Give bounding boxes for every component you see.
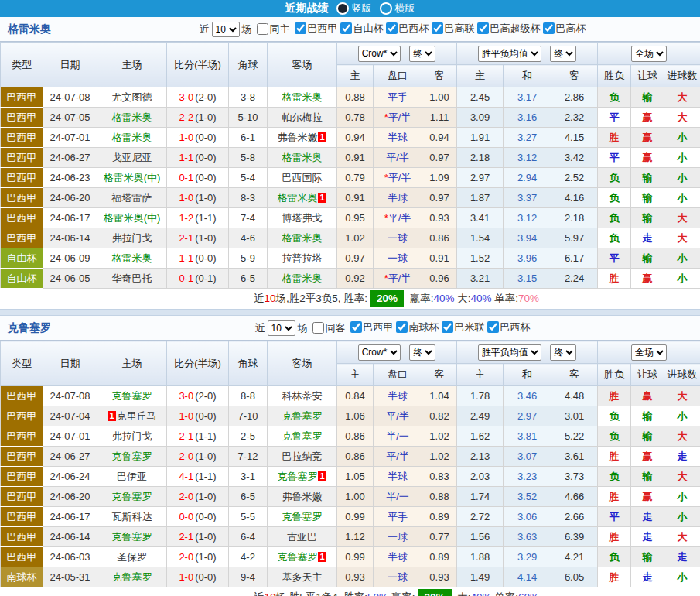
result-handicap: 输 bbox=[631, 467, 664, 487]
team-link[interactable]: 博塔弗戈 bbox=[282, 212, 323, 224]
half-score: (2-0) bbox=[195, 91, 216, 103]
league-filter[interactable]: 巴西杯 bbox=[487, 320, 531, 334]
team-link[interactable]: 克鲁塞罗 bbox=[282, 410, 323, 422]
league-checkbox[interactable] bbox=[442, 321, 453, 333]
league-filter[interactable]: 巴米联 bbox=[442, 320, 485, 334]
league-filter[interactable]: 自由杯 bbox=[340, 22, 384, 36]
league-label: 巴西杯 bbox=[500, 320, 531, 334]
same-venue-filter[interactable]: 同客 bbox=[312, 321, 346, 335]
league-checkbox[interactable] bbox=[350, 321, 362, 333]
league-checkbox[interactable] bbox=[295, 22, 306, 34]
team-link[interactable]: 格雷米奥 bbox=[282, 91, 323, 103]
handicap-cell: 平/半 bbox=[374, 447, 422, 467]
recent-count-select[interactable]: 10 bbox=[212, 22, 240, 37]
radio-selected-icon bbox=[336, 2, 349, 15]
team-link[interactable]: 瓦斯科达 bbox=[112, 511, 152, 522]
team-link[interactable]: 格雷米奥 bbox=[277, 192, 317, 204]
team-link[interactable]: 克鲁塞罗 bbox=[282, 430, 323, 442]
league-filter[interactable]: 巴西杯 bbox=[386, 22, 429, 36]
team-link[interactable]: 格雷米奥 bbox=[112, 252, 152, 264]
team-link[interactable]: 弗鲁米嫩 bbox=[282, 491, 323, 502]
layout-option-horizontal[interactable]: 横版 bbox=[380, 2, 415, 15]
summary-text: 赢率: bbox=[407, 293, 434, 304]
final-odds-select[interactable]: 终 bbox=[409, 344, 435, 361]
team-name[interactable]: 格雷米奥 bbox=[8, 22, 93, 36]
avg-draw-odds: 3.46 bbox=[504, 386, 551, 406]
team-link[interactable]: 尤文图德 bbox=[112, 91, 152, 103]
league-checkbox[interactable] bbox=[543, 22, 555, 34]
team-link[interactable]: 华奇巴托 bbox=[112, 272, 152, 284]
team-link[interactable]: 巴伊亚 bbox=[117, 471, 147, 482]
league-checkbox[interactable] bbox=[396, 321, 408, 333]
odds-provider-select[interactable]: Crow* bbox=[358, 46, 401, 62]
team-link[interactable]: 克鲁塞罗 bbox=[112, 450, 152, 462]
team-link[interactable]: 格雷米奥 bbox=[282, 152, 323, 163]
layout-option-vertical[interactable]: 竖版 bbox=[336, 2, 372, 15]
team-link[interactable]: 巴拉纳竞 bbox=[282, 450, 323, 462]
team-link[interactable]: 克鲁塞罗 bbox=[277, 551, 317, 563]
handicap-cell: 平手 bbox=[374, 507, 422, 527]
league-filter[interactable]: 巴高杯 bbox=[543, 22, 586, 36]
league-filter[interactable]: 巴西甲 bbox=[350, 320, 394, 334]
league-label: 南球杯 bbox=[409, 320, 439, 334]
home-team-cell: 克鲁塞罗 bbox=[97, 567, 167, 587]
team-link[interactable]: 格雷米奥 bbox=[112, 111, 152, 123]
team-link[interactable]: 拉普拉塔 bbox=[282, 252, 323, 264]
result-outcome: 胜 bbox=[598, 128, 631, 148]
team-link[interactable]: 弗拉门戈 bbox=[112, 232, 152, 244]
team-link[interactable]: 圣保罗 bbox=[117, 551, 147, 563]
team-link[interactable]: 格雷米奥 bbox=[282, 272, 323, 284]
away-team-cell: 博塔弗戈 bbox=[268, 208, 337, 228]
team-link[interactable]: 克鲁塞罗 bbox=[282, 511, 323, 522]
full-match-select[interactable]: 全场 bbox=[631, 46, 667, 62]
team-link[interactable]: 克鲁塞罗 bbox=[112, 571, 152, 583]
half-score: (0-0) bbox=[195, 252, 216, 264]
avg-home-odds: 1.88 bbox=[457, 547, 504, 567]
league-checkbox[interactable] bbox=[340, 22, 352, 34]
team-link[interactable]: 帕尔梅拉 bbox=[282, 111, 323, 123]
team-link[interactable]: 格雷米奥 bbox=[282, 232, 323, 244]
rate-badge: 20% bbox=[370, 290, 404, 307]
handicap-cell: 一球 bbox=[374, 248, 422, 269]
recent-count-select[interactable]: 10 bbox=[268, 320, 295, 336]
league-filter[interactable]: 巴高超级杯 bbox=[477, 22, 541, 36]
team-link[interactable]: 格雷米奥 bbox=[112, 132, 152, 143]
team-link[interactable]: 克鲁塞罗 bbox=[112, 531, 152, 543]
team-link[interactable]: 古亚巴 bbox=[287, 531, 317, 543]
odds-provider-select[interactable]: Crow* bbox=[358, 344, 401, 361]
team-link[interactable]: 格雷米奥(中) bbox=[104, 172, 161, 183]
team-link[interactable]: 格雷米奥(中) bbox=[104, 212, 161, 224]
team-link[interactable]: 弗鲁米嫩 bbox=[277, 132, 317, 143]
team-link[interactable]: 克鲁塞罗 bbox=[112, 390, 152, 402]
team-link[interactable]: 福塔雷萨 bbox=[112, 192, 152, 204]
team-link[interactable]: 科林蒂安 bbox=[282, 390, 323, 402]
same-venue-checkbox[interactable] bbox=[312, 322, 324, 334]
final-avg-select[interactable]: 终 bbox=[550, 46, 576, 62]
same-venue-filter[interactable]: 同主 bbox=[257, 22, 290, 36]
league-checkbox[interactable] bbox=[386, 22, 398, 34]
avg-odds-select[interactable]: 胜平负均值 bbox=[478, 46, 541, 62]
avg-odds-select[interactable]: 胜平负均值 bbox=[478, 344, 541, 361]
final-odds-select[interactable]: 终 bbox=[409, 46, 435, 62]
full-match-select[interactable]: 全场 bbox=[631, 344, 667, 361]
team-link[interactable]: 基多天主 bbox=[282, 571, 323, 583]
team-link[interactable]: 克鲁塞罗 bbox=[277, 471, 317, 482]
league-filter[interactable]: 南球杯 bbox=[396, 320, 439, 334]
full-score: 2-0 bbox=[179, 491, 193, 502]
corner-cell: 5-8 bbox=[229, 148, 268, 168]
final-avg-select[interactable]: 终 bbox=[550, 344, 576, 361]
team-link[interactable]: 克鲁塞罗 bbox=[112, 491, 152, 502]
team-link[interactable]: 巴西国际 bbox=[282, 172, 323, 183]
league-checkbox[interactable] bbox=[487, 321, 499, 333]
team-link[interactable]: 克里丘马 bbox=[117, 410, 157, 422]
same-venue-checkbox[interactable] bbox=[257, 23, 268, 35]
team-name[interactable]: 克鲁塞罗 bbox=[8, 321, 93, 335]
league-checkbox[interactable] bbox=[477, 22, 489, 34]
avg-away-odds: 6.39 bbox=[551, 527, 598, 547]
league-filter[interactable]: 巴高联 bbox=[432, 22, 475, 36]
league-filter[interactable]: 巴西甲 bbox=[295, 22, 338, 36]
avg-home-odds: 1.78 bbox=[457, 386, 504, 406]
team-link[interactable]: 弗拉门戈 bbox=[112, 430, 152, 442]
team-link[interactable]: 戈亚尼亚 bbox=[112, 152, 152, 163]
league-checkbox[interactable] bbox=[432, 22, 443, 34]
